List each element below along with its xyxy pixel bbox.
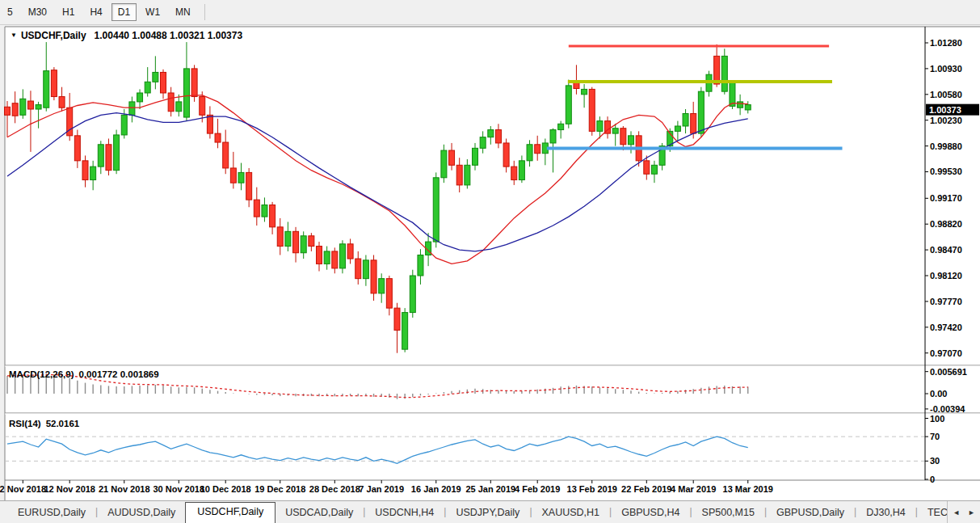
svg-text:19 Dec 2018: 19 Dec 2018 bbox=[254, 484, 305, 494]
timeframe-button-w1[interactable]: W1 bbox=[139, 3, 166, 21]
chart-tab-sp500-m15[interactable]: SP500,M15 bbox=[692, 504, 764, 523]
current-price-tag: 1.00373 bbox=[926, 104, 979, 116]
svg-text:2 Nov 2018: 2 Nov 2018 bbox=[0, 484, 46, 494]
svg-text:0.97070: 0.97070 bbox=[930, 348, 962, 358]
macd-values: 0.001772 0.001869 bbox=[79, 369, 159, 379]
svg-text:0.98120: 0.98120 bbox=[930, 271, 962, 280]
chart-tab-dj30-h4[interactable]: DJ30,H4 bbox=[856, 504, 915, 523]
svg-text:0.98820: 0.98820 bbox=[930, 219, 962, 229]
chart-graphics: 1.012801.009301.005801.002300.998800.995… bbox=[0, 25, 980, 500]
macd-indicator-label: MACD(12,26,9)0.001772 0.001869 bbox=[9, 369, 159, 379]
svg-text:0: 0 bbox=[930, 474, 935, 484]
timeframe-button-h4[interactable]: H4 bbox=[83, 3, 108, 21]
rsi-name: RSI(14) bbox=[9, 419, 41, 428]
chart-ohlc-values: 1.00440 1.00488 1.00321 1.00373 bbox=[95, 30, 243, 41]
timeframe-toolbar: 5M30H1H4D1W1MN bbox=[0, 0, 980, 25]
toolbar-separator bbox=[204, 4, 205, 20]
svg-text:16 Jan 2019: 16 Jan 2019 bbox=[411, 484, 461, 494]
chart-tab-usdjpy-daily[interactable]: USDJPY,Daily bbox=[446, 504, 529, 523]
svg-text:10 Dec 2018: 10 Dec 2018 bbox=[200, 484, 251, 494]
svg-text:0.99530: 0.99530 bbox=[930, 167, 962, 176]
chart-tab-usdcnh-h4[interactable]: USDCNH,H4 bbox=[365, 504, 444, 523]
timeframe-button-m30[interactable]: M30 bbox=[22, 3, 53, 21]
timeframe-button-mn[interactable]: MN bbox=[169, 3, 197, 21]
chart-tab-audusd-daily[interactable]: AUDUSD,Daily bbox=[98, 504, 185, 523]
timeframe-button-h1[interactable]: H1 bbox=[56, 3, 81, 21]
chart-symbol-label: USDCHF,Daily bbox=[21, 30, 86, 41]
tab-scroll-right-button[interactable]: ► bbox=[968, 508, 975, 517]
svg-text:100: 100 bbox=[930, 414, 944, 424]
svg-text:1.00230: 1.00230 bbox=[930, 116, 962, 125]
svg-text:0.99170: 0.99170 bbox=[930, 193, 962, 203]
svg-text:1.00930: 1.00930 bbox=[930, 64, 962, 74]
chart-canvas[interactable]: 1.012801.009301.005801.002300.998800.995… bbox=[0, 25, 980, 500]
svg-text:70: 70 bbox=[930, 432, 940, 441]
chart-tab-gbpusd-daily[interactable]: GBPUSD,Daily bbox=[767, 504, 854, 523]
chart-tab-gbpusd-h4[interactable]: GBPUSD,H4 bbox=[612, 504, 689, 523]
chart-title: ▼USDCHF,Daily1.00440 1.00488 1.00321 1.0… bbox=[11, 30, 242, 41]
svg-text:-0.00394: -0.00394 bbox=[930, 404, 965, 414]
svg-text:0.00: 0.00 bbox=[930, 389, 947, 399]
chart-tabs-bar: EURUSD,Daily|AUDUSD,DailyUSDCHF,DailyUSD… bbox=[0, 500, 980, 523]
svg-text:7 Jan 2019: 7 Jan 2019 bbox=[359, 484, 404, 494]
timeframe-button-d1[interactable]: D1 bbox=[111, 3, 137, 21]
svg-text:25 Jan 2019: 25 Jan 2019 bbox=[465, 484, 515, 494]
svg-text:0.98470: 0.98470 bbox=[930, 245, 962, 255]
svg-text:0.99880: 0.99880 bbox=[930, 141, 962, 151]
svg-text:1.00580: 1.00580 bbox=[930, 90, 962, 99]
chart-context-arrow-icon[interactable]: ▼ bbox=[11, 32, 17, 39]
svg-text:30: 30 bbox=[930, 456, 940, 466]
tab-scroll-left-button[interactable]: ◄ bbox=[953, 508, 960, 517]
chart-tab-xauusd-h1[interactable]: XAUUSD,H1 bbox=[532, 504, 610, 523]
svg-text:22 Feb 2019: 22 Feb 2019 bbox=[621, 484, 671, 494]
rsi-value: 52.0161 bbox=[46, 419, 80, 428]
svg-text:1.00373: 1.00373 bbox=[929, 105, 961, 115]
svg-text:1.01280: 1.01280 bbox=[930, 38, 962, 48]
tab-scroll-arrows: ◄ ► bbox=[947, 501, 980, 523]
rsi-indicator-label: RSI(14)52.0161 bbox=[9, 419, 79, 428]
macd-name: MACD(12,26,9) bbox=[9, 369, 74, 379]
svg-text:21 Nov 2018: 21 Nov 2018 bbox=[99, 484, 150, 494]
pane-backgrounds bbox=[5, 27, 980, 500]
svg-text:0.005691: 0.005691 bbox=[930, 367, 967, 377]
chart-tab-eurusd-daily[interactable]: EURUSD,Daily bbox=[8, 504, 95, 523]
svg-text:13 Mar 2019: 13 Mar 2019 bbox=[723, 484, 773, 494]
svg-text:4 Mar 2019: 4 Mar 2019 bbox=[671, 484, 716, 494]
svg-text:13 Feb 2019: 13 Feb 2019 bbox=[567, 484, 617, 494]
svg-text:12 Nov 2018: 12 Nov 2018 bbox=[44, 484, 95, 494]
svg-text:0.97770: 0.97770 bbox=[930, 297, 962, 306]
svg-text:28 Dec 2018: 28 Dec 2018 bbox=[309, 484, 360, 494]
svg-text:0.97420: 0.97420 bbox=[930, 323, 962, 332]
timeframe-button-5[interactable]: 5 bbox=[1, 3, 19, 21]
svg-text:4 Feb 2019: 4 Feb 2019 bbox=[515, 484, 560, 494]
chart-tab-usdchf-daily[interactable]: USDCHF,Daily bbox=[185, 502, 275, 523]
svg-text:30 Nov 2018: 30 Nov 2018 bbox=[153, 484, 204, 494]
chart-tab-usdcad-daily[interactable]: USDCAD,Daily bbox=[275, 504, 363, 523]
